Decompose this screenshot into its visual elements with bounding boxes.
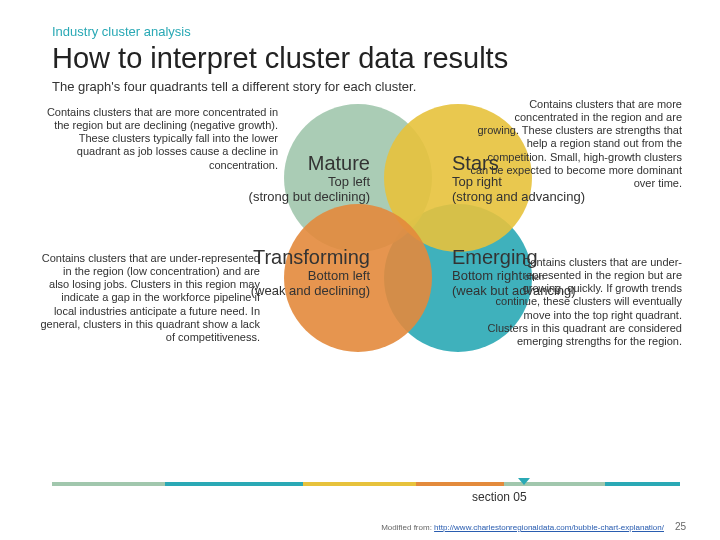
label-transforming: Transforming Bottom left (weak and decli…	[251, 246, 370, 299]
label-stars-note: (strong and advancing)	[452, 190, 585, 205]
label-mature-title: Mature	[249, 152, 370, 175]
page-number: 25	[675, 521, 686, 532]
kicker: Industry cluster analysis	[52, 24, 680, 39]
label-emerging-title: Emerging	[452, 246, 542, 269]
label-mature: Mature Top left (strong but declining)	[249, 152, 370, 205]
label-emerging-note: (weak but advancing)	[452, 284, 576, 299]
label-transforming-title: Transforming	[251, 246, 370, 269]
footer: section 05 Modified from: http://www.cha…	[0, 482, 720, 540]
label-mature-note: (strong but declining)	[249, 190, 370, 205]
label-transforming-pos: Bottom left	[251, 269, 370, 284]
label-emerging: Emerging Bottom rightoften (weak but adv…	[452, 246, 576, 299]
section-marker-icon	[518, 478, 530, 485]
desc-mature: Contains clusters that are more concentr…	[40, 106, 278, 172]
label-stars: Stars Top right (strong and advancing)	[452, 152, 585, 205]
section-number: section 05	[472, 490, 527, 504]
label-stars-pos: Top right	[452, 175, 585, 190]
label-transforming-note: (weak and declining)	[251, 284, 370, 299]
label-emerging-pos: Bottom rightoften	[452, 269, 576, 284]
credit-line: Modified from: http://www.charlestonregi…	[381, 523, 664, 532]
label-mature-pos: Top left	[249, 175, 370, 190]
subtitle: The graph's four quadrants tell a differ…	[52, 79, 680, 94]
footer-bar	[52, 482, 680, 486]
desc-transforming: Contains clusters that are under-represe…	[40, 252, 260, 344]
credit-link[interactable]: http://www.charlestonregionaldata.com/bu…	[434, 523, 664, 532]
page-title: How to interpret cluster data results	[52, 43, 680, 75]
label-stars-title: Stars	[452, 152, 585, 175]
quadrant-diagram: Mature Top left (strong but declining) S…	[52, 100, 680, 460]
